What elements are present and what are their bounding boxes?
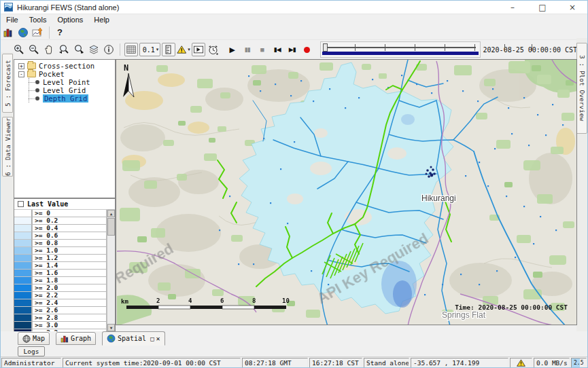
record-button[interactable] — [300, 43, 314, 56]
spatial-display-icon[interactable] — [31, 26, 45, 39]
svg-text:10: 10 — [282, 297, 290, 304]
svg-text:N: N — [124, 63, 128, 73]
expander-icon[interactable]: + — [18, 63, 24, 69]
tab-map-label: Map — [33, 335, 45, 342]
tab-restore-icon[interactable]: □ — [150, 335, 154, 342]
logs-button[interactable]: Logs — [18, 346, 45, 356]
time-slider-range-bar — [322, 52, 479, 55]
map-display-icon[interactable] — [16, 26, 30, 39]
grid-display-button[interactable] — [124, 43, 138, 56]
tab-plot-overview[interactable]: 3 : Plot Overview — [576, 43, 587, 134]
tab-data-viewer[interactable]: 6 : Data Viewer — [2, 117, 13, 177]
tree-item-label: Cross-section — [39, 62, 94, 70]
tree-item-level-grid[interactable]: Level Grid — [14, 86, 115, 94]
tab-map[interactable]: Map — [18, 332, 50, 345]
help-button[interactable]: ? — [53, 27, 67, 37]
tab-close-icon[interactable]: ✕ — [156, 335, 160, 342]
svg-text:4: 4 — [188, 297, 192, 304]
time-slider-handle[interactable] — [323, 43, 328, 52]
menu-bar: File Tools Options Help — [1, 14, 587, 25]
chevron-down-icon: ▾ — [188, 47, 190, 52]
legend-row: >= 1.4 — [14, 262, 115, 270]
animation-panel-button[interactable] — [192, 43, 205, 56]
tree-item-level-point[interactable]: Level Point — [14, 78, 115, 86]
zoom-previous-icon[interactable] — [57, 43, 71, 56]
tree-item-depth-grid[interactable]: Depth Grid — [14, 94, 115, 103]
map-viewport[interactable]: API Key Required API Key Required N km 2… — [116, 59, 577, 325]
stop-button[interactable]: ■ — [256, 43, 269, 56]
menu-options[interactable]: Options — [52, 16, 88, 24]
menu-file[interactable]: File — [1, 16, 24, 24]
legend-row: >= 2.6 — [14, 307, 115, 314]
tab-graph-label: Graph — [71, 335, 91, 342]
status-warning-cell[interactable] — [510, 358, 532, 368]
expander-icon[interactable]: - — [18, 71, 24, 77]
scroll-down-icon[interactable]: ▼ — [107, 324, 115, 331]
pause-button[interactable]: ▮▮ — [241, 43, 254, 56]
tree-item-label-selected: Depth Grid — [43, 94, 88, 103]
status-user: Administrator — [1, 358, 61, 368]
tab-graph[interactable]: Graph — [56, 332, 96, 345]
tree-item-label: Level Grid — [43, 86, 86, 94]
application-window: Hikurangi FEWS (Stand alone) – □ × File … — [0, 0, 588, 368]
legend-scrollbar[interactable]: ▲ ▼ — [107, 210, 115, 331]
zoom-out-icon[interactable] — [27, 43, 41, 56]
tree-item-pocket[interactable]: - Pocket — [14, 70, 115, 78]
map-time-label: Time: 2020-08-25 00:00:00 CST — [455, 303, 568, 311]
chevron-down-icon: ▾ — [156, 47, 159, 52]
legend-swatch — [14, 307, 32, 314]
legend-swatch — [14, 210, 32, 217]
tab-spatial[interactable]: Spatial □ ✕ — [102, 331, 165, 346]
record-icon — [304, 47, 310, 53]
svg-text:6: 6 — [220, 297, 224, 304]
legend-swatch — [14, 225, 32, 232]
minimize-button[interactable]: – — [498, 1, 528, 14]
warning-dropdown[interactable]: ▾ — [177, 43, 190, 56]
svg-text:8: 8 — [252, 297, 256, 304]
data-tree-panel: + Cross-section - Pocket Level Point Lev… — [14, 59, 116, 198]
scale-button[interactable] — [162, 43, 175, 56]
tab-spatial-label: Spatial — [118, 335, 146, 342]
zoom-in-icon[interactable] — [12, 43, 26, 56]
skip-to-end-button[interactable]: ▶▮ — [286, 43, 299, 56]
scroll-thumb[interactable] — [107, 218, 115, 236]
status-mode: Stand alone — [364, 358, 409, 368]
scroll-up-icon[interactable]: ▲ — [107, 210, 115, 217]
app-icon — [4, 3, 13, 12]
legend-row: >= 2.8 — [14, 314, 115, 322]
main-toolbar: ? — [1, 25, 587, 40]
last-value-checkbox[interactable] — [18, 201, 24, 207]
legend-swatch — [14, 299, 32, 307]
menu-tools[interactable]: Tools — [24, 16, 52, 24]
legend-swatch — [14, 277, 32, 284]
layers-icon[interactable] — [87, 43, 101, 56]
status-coordinates: -35.657 , 174.199 — [411, 358, 508, 368]
legend-panel: Last Value >= 0 >= 0.2 >= 0.4 >= 0.6 >= … — [14, 198, 116, 331]
right-tab-strip: 3 : Plot Overview — [576, 38, 588, 331]
info-icon[interactable] — [102, 43, 116, 56]
warning-icon — [517, 359, 525, 367]
timer-icon[interactable] — [207, 43, 220, 56]
svg-text:km: km — [121, 298, 128, 305]
map-canvas: API Key Required API Key Required N km 2… — [116, 60, 577, 325]
folder-icon — [27, 62, 36, 69]
status-local-time: 16:27:18 CST — [309, 358, 362, 368]
node-bullet-icon — [35, 96, 39, 100]
time-slider[interactable] — [320, 41, 481, 58]
forecast-manager-icon[interactable] — [1, 26, 15, 39]
legend-swatch — [14, 314, 32, 322]
skip-to-start-button[interactable]: ▮◀ — [271, 43, 284, 56]
menu-help[interactable]: Help — [88, 16, 115, 24]
status-gmt-time: 08:27:18 GMT — [242, 358, 308, 368]
title-bar: Hikurangi FEWS (Stand alone) – □ × — [1, 1, 587, 14]
maximize-button[interactable]: □ — [528, 1, 557, 14]
legend-swatch — [14, 284, 32, 292]
legend-row: >= 2.2 — [14, 292, 115, 299]
interval-dropdown[interactable]: 0.1 ▾ — [139, 43, 160, 56]
tab-forecast[interactable]: 5 : Forecast — [2, 54, 13, 113]
toolbar-separator — [120, 43, 120, 56]
zoom-next-icon[interactable] — [72, 43, 86, 56]
pan-hand-icon[interactable] — [42, 43, 56, 56]
close-button[interactable]: × — [557, 1, 587, 14]
play-button[interactable]: ▶ — [226, 43, 239, 56]
